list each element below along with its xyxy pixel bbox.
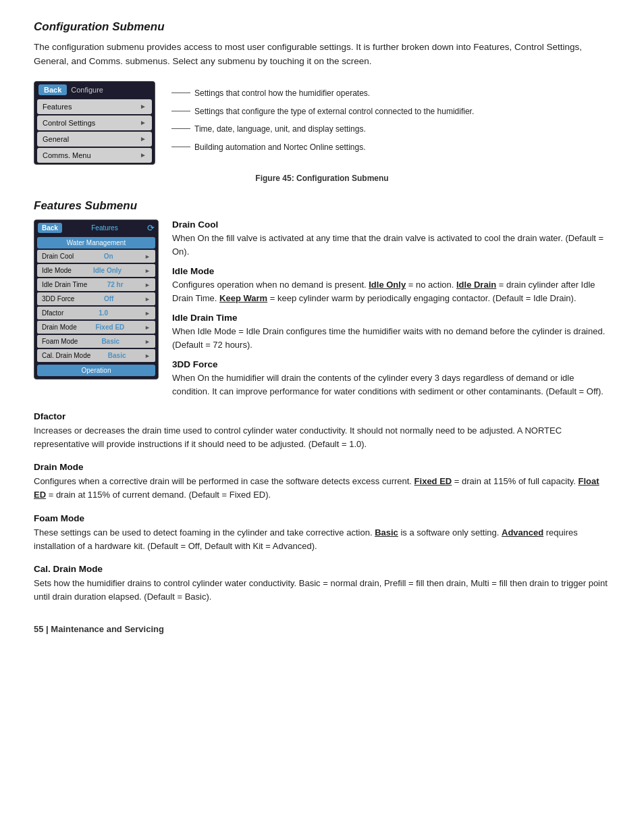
config-section-title: Configuration Submenu	[34, 20, 610, 34]
callout-text-4: Building automation and Nortec Online se…	[194, 142, 365, 153]
feat-arrow-idle-mode: ►	[144, 267, 151, 274]
config-menu-comms-label: Comms. Menu	[43, 151, 91, 159]
feat-heading-idle-drain-time: Idle Drain Time	[172, 313, 610, 323]
feat-val-drain-mode: Fixed ED	[95, 323, 124, 331]
feat-row-drain-cool[interactable]: Drain Cool On ►	[37, 250, 155, 263]
callout-text-2: Settings that configure the type of exte…	[194, 106, 474, 118]
body-text-cal-drain-mode: Sets how the humidifier drains to contro…	[34, 577, 610, 604]
feat-row-foam-mode[interactable]: Foam Mode Basic ►	[37, 335, 155, 348]
callout-dash-4	[171, 147, 190, 147]
feat-val-idle-mode: Idle Only	[93, 267, 122, 274]
feat-label-3dd-force: 3DD Force	[42, 295, 74, 303]
callout-text-1: Settings that control how the humidifier…	[194, 88, 370, 99]
operation-btn[interactable]: Operation	[37, 365, 155, 376]
config-menu-features[interactable]: Features ►	[37, 99, 152, 114]
feat-val-drain-cool: On	[104, 253, 113, 260]
callout-text-3: Time, date, language, unit, and display …	[194, 124, 366, 135]
feat-row-idle-drain-time[interactable]: Idle Drain Time 72 hr ►	[37, 278, 155, 291]
body-heading-foam-mode: Foam Mode	[34, 513, 610, 523]
feat-heading-drain-cool: Drain Cool	[172, 219, 610, 230]
feat-desc-3dd-force: When On the humidifier will drain the co…	[172, 371, 610, 398]
callout-dash-2	[171, 111, 190, 111]
body-foam-mode: Foam Mode These settings can be used to …	[34, 513, 610, 553]
feat-arrow-foam-mode: ►	[144, 338, 151, 345]
feat-val-dfactor: 1.0	[99, 309, 108, 317]
idle-drain-label: Idle Drain	[456, 280, 496, 290]
body-heading-cal-drain-mode: Cal. Drain Mode	[34, 564, 610, 574]
feat-label-drain-mode: Drain Mode	[42, 323, 77, 331]
features-back-btn[interactable]: Back	[38, 223, 62, 233]
features-section: Features Submenu Back Features ⟳ Water M…	[34, 199, 610, 604]
body-heading-drain-mode: Drain Mode	[34, 462, 610, 472]
body-heading-dfactor: Dfactor	[34, 411, 610, 421]
callout-3: Time, date, language, unit, and display …	[171, 124, 474, 135]
body-drain-mode: Drain Mode Configures when a corrective …	[34, 462, 610, 502]
config-menu-general-arrow: ►	[140, 135, 146, 142]
callout-1: Settings that control how the humidifier…	[171, 88, 474, 99]
feat-label-dfactor: Dfactor	[42, 309, 63, 317]
callout-dash-3	[171, 128, 190, 129]
feat-arrow-drain-cool: ►	[144, 253, 151, 260]
body-text-drain-mode: Configures when a corrective drain will …	[34, 475, 610, 502]
feat-heading-idle-mode: Idle Mode	[172, 266, 610, 276]
features-layout: Back Features ⟳ Water Management Drain C…	[34, 219, 610, 400]
config-menu-control[interactable]: Control Settings ►	[37, 115, 152, 130]
feat-arrow-cal-drain-mode: ►	[144, 353, 151, 359]
config-menu-features-arrow: ►	[140, 103, 146, 110]
page-footer: 55 | Maintenance and Servicing	[34, 624, 610, 634]
features-screen-title-label: Features	[65, 224, 144, 232]
config-figure-caption: Figure 45: Configuration Submenu	[34, 174, 610, 183]
feat-heading-3dd-force: 3DD Force	[172, 359, 610, 369]
feat-desc-idle-drain-time: When Idle Mode = Idle Drain configures t…	[172, 325, 610, 351]
feat-arrow-dfactor: ►	[144, 310, 151, 317]
config-menu-features-label: Features	[43, 103, 72, 111]
callout-dash-1	[171, 93, 190, 93]
feat-row-idle-mode[interactable]: Idle Mode Idle Only ►	[37, 264, 155, 277]
config-menu-control-label: Control Settings	[43, 119, 95, 127]
feat-desc-idle-mode: Configures operation when no demand is p…	[172, 278, 610, 305]
callout-4: Building automation and Nortec Online se…	[171, 142, 474, 153]
features-screen: Back Features ⟳ Water Management Drain C…	[34, 219, 159, 380]
basic-label: Basic	[375, 527, 398, 538]
body-cal-drain-mode: Cal. Drain Mode Sets how the humidifier …	[34, 564, 610, 604]
refresh-icon[interactable]: ⟳	[147, 223, 155, 233]
callout-2: Settings that configure the type of exte…	[171, 106, 474, 118]
feat-val-foam-mode: Basic	[101, 338, 119, 345]
feat-label-idle-mode: Idle Mode	[42, 267, 72, 274]
config-menu-comms[interactable]: Comms. Menu ►	[37, 148, 152, 163]
config-screen-title: Configure	[71, 84, 103, 95]
feat-label-idle-drain-time: Idle Drain Time	[42, 281, 87, 288]
advanced-label: Advanced	[502, 527, 543, 538]
feat-val-cal-drain-mode: Basic	[108, 352, 126, 359]
features-section-title: Features Submenu	[34, 199, 610, 213]
water-mgmt-btn[interactable]: Water Management	[37, 237, 155, 249]
feat-desc-drain-cool: When On the fill valve is activated at a…	[172, 232, 610, 258]
body-text-foam-mode: These settings can be used to detect foa…	[34, 526, 610, 553]
float-ed-label: Float ED	[34, 476, 599, 500]
feat-label-drain-cool: Drain Cool	[42, 253, 74, 260]
config-callouts: Settings that control how the humidifier…	[171, 81, 474, 167]
config-menu-control-arrow: ►	[140, 119, 146, 126]
feat-row-cal-drain-mode[interactable]: Cal. Drain Mode Basic ►	[37, 349, 155, 362]
fixed-ed-label: Fixed ED	[414, 476, 452, 486]
config-intro: The configuration submenu provides acces…	[34, 41, 610, 69]
feat-arrow-idle-drain-time: ►	[144, 282, 151, 288]
feat-label-cal-drain-mode: Cal. Drain Mode	[42, 352, 90, 359]
features-top-bar: Back Features ⟳	[34, 220, 158, 236]
feat-row-3dd-force[interactable]: 3DD Force Off ►	[37, 292, 155, 305]
idle-only-label: Idle Only	[369, 280, 406, 290]
config-menu-general[interactable]: General ►	[37, 132, 152, 147]
body-text-dfactor: Increases or decreases the drain time us…	[34, 424, 610, 451]
feat-row-drain-mode[interactable]: Drain Mode Fixed ED ►	[37, 321, 155, 334]
config-screen: Back Configure Features ► Control Settin…	[34, 81, 155, 165]
feat-label-foam-mode: Foam Mode	[42, 338, 78, 345]
body-dfactor: Dfactor Increases or decreases the drain…	[34, 411, 610, 451]
config-back-btn[interactable]: Back	[38, 84, 67, 95]
config-top-bar: Back Configure	[34, 82, 155, 98]
keep-warm-label: Keep Warm	[219, 293, 267, 303]
feat-row-dfactor[interactable]: Dfactor 1.0 ►	[37, 307, 155, 319]
config-figure-area: Back Configure Features ► Control Settin…	[34, 81, 610, 167]
feat-val-idle-drain-time: 72 hr	[107, 281, 124, 288]
config-menu-general-label: General	[43, 135, 69, 143]
feat-arrow-drain-mode: ►	[144, 324, 151, 331]
